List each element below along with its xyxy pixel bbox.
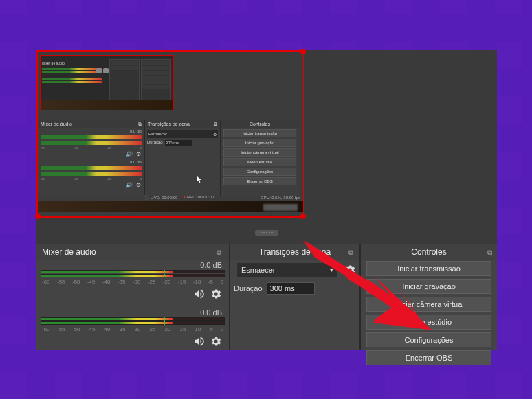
detach-icon[interactable]: ⧉ (486, 249, 493, 255)
detach-icon[interactable]: ⧉ (217, 249, 223, 255)
resize-handle[interactable] (300, 214, 306, 219)
nested-obs-preview: Mixer de áudio CPU 0.5% 30 fps (40, 55, 174, 110)
tiny-audio-meters (42, 68, 102, 84)
med-audio-ctrl: 🔊⚙ (38, 181, 144, 190)
meter-ticks: -60-55-50-45-40-35-30-25-20-15-10-50 (41, 326, 225, 332)
controls-panel: Controles ⧉ Iniciar transmissão Iniciar … (359, 244, 497, 350)
med-exit-button[interactable]: Encerrar OBS (223, 177, 296, 185)
med-transitions-panel: Transições de cena⧉ Esmaecer⚙ Duração (144, 120, 220, 196)
med-cpu-status: CPU: 0.5%, 30.00 fps (261, 196, 300, 200)
obs-window: Mixer de áudio CPU 0.5% 30 fps Mixer de … (36, 50, 497, 350)
audio-meter (41, 274, 225, 277)
controls-title: Controles (366, 247, 491, 257)
duration-label: Duração (234, 284, 263, 293)
med-controls-panel: Controles Iniciar transmissão Iniciar gr… (220, 120, 299, 196)
start-streaming-button[interactable]: Iniciar transmissão (366, 261, 491, 276)
gear-icon[interactable] (210, 335, 222, 347)
med-mixer-panel: Mixer de áudio⧉ 0.0 dB -60-40-200 🔊⚙ 0.0… (38, 120, 144, 196)
audio-source-1: 0.0 dB -60-55-50-45-40-35-30-25-20-15-10… (36, 260, 229, 304)
speaker-icon[interactable] (193, 288, 206, 300)
med-audio-meter (41, 135, 142, 139)
med-duration-row: Duração (147, 140, 218, 146)
med-start-vcam-button[interactable]: Iniciar câmera virtual (223, 148, 296, 157)
start-recording-button[interactable]: Iniciar gravação (366, 279, 491, 294)
detach-icon[interactable]: ⧉ (214, 122, 217, 127)
med-start-rec-button[interactable]: Iniciar gravação (223, 139, 296, 147)
med-transition-select[interactable]: Esmaecer⚙ (147, 130, 218, 138)
panel-resize-grip[interactable] (255, 230, 278, 236)
med-mixer-title: Mixer de áudio (41, 122, 72, 127)
med-trans-title: Transições de cena (148, 122, 190, 127)
detach-icon[interactable]: ⧉ (348, 249, 355, 255)
tiny-audio-icons (96, 68, 109, 73)
gear-icon[interactable]: ⚙ (135, 182, 142, 189)
db-readout: 0.0 dB (41, 261, 225, 269)
meter-ticks: -60-55-50-45-40-35-30-25-20-15-10-50 (41, 279, 225, 285)
med-audio-ctrl: 🔊⚙ (38, 150, 144, 159)
duration-input[interactable] (267, 282, 315, 295)
speaker-icon[interactable] (193, 335, 206, 347)
med-statusbar: ⬛ LIVE: 00:00:00 REC: 00:00:00 (144, 195, 214, 200)
tiny-mixer-label: Mixer de áudio (42, 61, 65, 65)
audio-mixer-panel: Mixer de áudio⧉ 0.0 dB -60-55-50-45-40-3… (36, 244, 229, 350)
med-controls-title: Controles (221, 120, 299, 128)
resize-handle[interactable] (35, 214, 41, 219)
tiny-panels (109, 59, 171, 100)
speaker-icon[interactable]: 🔊 (126, 182, 133, 189)
med-rec-status: REC: 00:00:00 (183, 195, 214, 200)
settings-button[interactable]: Configurações (366, 332, 491, 347)
blurred-region (263, 204, 298, 211)
highlighted-preview-region: Mixer de áudio CPU 0.5% 30 fps Mixer de … (36, 50, 304, 218)
gear-icon[interactable] (210, 288, 222, 300)
tiny-taskbar (41, 100, 173, 110)
med-audio-meter (41, 141, 142, 145)
chevron-down-icon: ▾ (330, 266, 333, 273)
gear-icon[interactable]: ⚙ (135, 151, 142, 158)
mixer-title: Mixer de áudio (42, 247, 96, 257)
med-audio-meter (41, 172, 142, 176)
scene-transitions-panel: Transições de cena ⧉ Esmaecer ▾ Duração (229, 244, 359, 350)
med-audio-meter (41, 166, 142, 170)
med-studio-button[interactable]: Modo estúdio (223, 158, 296, 166)
main-panels-row: Mixer de áudio⧉ 0.0 dB -60-55-50-45-40-3… (36, 244, 497, 350)
med-panels-row: Mixer de áudio⧉ 0.0 dB -60-40-200 🔊⚙ 0.0… (38, 120, 303, 196)
audio-meter (41, 317, 225, 321)
exit-obs-button[interactable]: Encerrar OBS (366, 350, 491, 365)
med-live-status: ⬛ LIVE: 00:00:00 (144, 195, 177, 200)
audio-meter (41, 270, 225, 273)
detach-icon[interactable]: ⧉ (138, 122, 142, 127)
resize-handle[interactable] (300, 49, 306, 54)
db-readout: 0.0 dB (41, 308, 225, 317)
audio-meter (41, 321, 225, 325)
med-db-label: 0.0 dB (38, 159, 144, 165)
audio-source-2: 0.0 dB -60-55-50-45-40-35-30-25-20-15-10… (36, 307, 229, 352)
speaker-icon[interactable]: 🔊 (126, 151, 133, 158)
studio-mode-button[interactable]: Modo estúdio (366, 315, 491, 330)
start-virtual-camera-button[interactable]: Iniciar câmera virtual (366, 297, 491, 312)
med-start-stream-button[interactable]: Iniciar transmissão (223, 129, 296, 137)
gear-icon[interactable] (344, 264, 356, 276)
med-settings-button[interactable]: Configurações (223, 168, 296, 176)
transition-select[interactable]: Esmaecer ▾ (237, 263, 337, 277)
gear-icon[interactable]: ⚙ (213, 132, 217, 137)
med-db-label: 0.0 dB (38, 128, 144, 134)
med-duration-input[interactable] (165, 140, 192, 146)
transitions-title: Transições de cena (259, 247, 331, 257)
